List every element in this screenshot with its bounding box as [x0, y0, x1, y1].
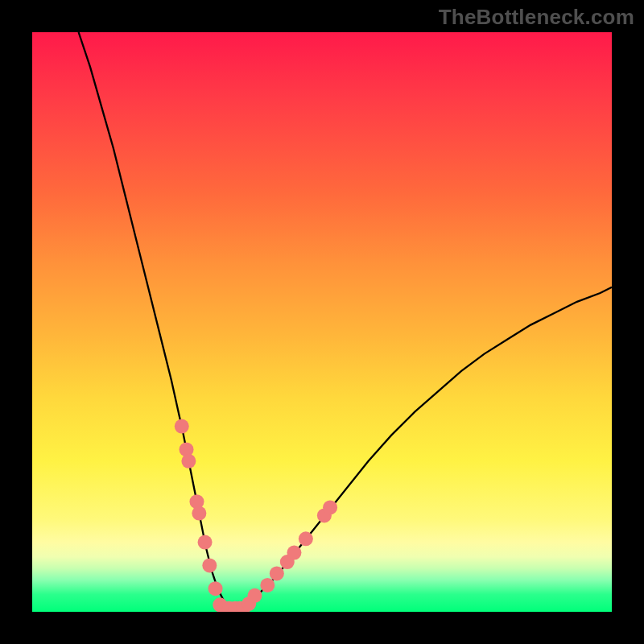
chart-frame: TheBottleneck.com: [0, 0, 644, 644]
plot-area: [32, 32, 612, 612]
gradient-background: [32, 32, 612, 612]
watermark-text: TheBottleneck.com: [439, 5, 634, 30]
